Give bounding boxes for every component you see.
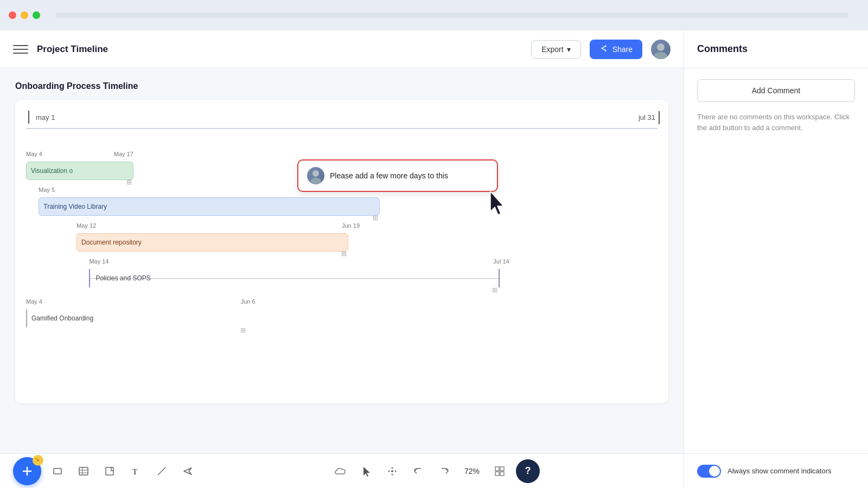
svg-rect-24	[495, 472, 499, 476]
bar-label: Policies and SOPS	[95, 274, 150, 282]
panel-body: Add Comment There are no comments on thi…	[684, 68, 868, 453]
send-tool[interactable]	[178, 461, 197, 481]
bar-label: Training Video Library	[43, 203, 107, 210]
comment-input[interactable]: Please add a few more days to this	[330, 171, 488, 180]
select-tool[interactable]	[356, 461, 376, 481]
share-icon	[599, 44, 608, 55]
drag-icon: ⊞	[492, 286, 497, 294]
date-label-end: Jun 19	[342, 222, 360, 229]
date-label-end: Jul 14	[493, 258, 509, 265]
user-avatar[interactable]	[651, 40, 671, 59]
gantt-bar-policies[interactable]: Policies and SOPS ⊞	[89, 269, 500, 287]
add-comment-button[interactable]: Add Comment	[697, 79, 855, 102]
add-comment-label: Add Comment	[752, 86, 800, 95]
svg-point-7	[312, 170, 319, 177]
diagram-title: Onboarding Process Timeline	[15, 81, 668, 91]
text-tool[interactable]: T	[126, 461, 145, 481]
panel-header: Comments	[684, 30, 868, 68]
toolbar-center: 72% ?	[200, 459, 671, 483]
svg-point-2	[604, 49, 606, 51]
fab-badge	[33, 455, 43, 466]
panel-header-container: Comments	[684, 30, 868, 68]
add-button[interactable]	[13, 457, 41, 485]
date-label-start: May 4	[26, 298, 42, 305]
gantt-bar-visualization[interactable]: Visualization o ⊞	[26, 162, 133, 180]
export-label: Export	[541, 45, 563, 54]
svg-line-3	[603, 46, 604, 47]
toggle-knob	[709, 466, 720, 477]
panel-title: Comments	[697, 43, 748, 55]
drag-icon: ⊞	[341, 250, 347, 258]
drag-icon: ⊞	[373, 214, 378, 222]
app-container: Project Timeline Export ▾ Share Onboardi…	[0, 30, 868, 488]
comments-panel: Comments Add Comment There are no commen…	[684, 30, 868, 488]
toolbar-left: T	[13, 457, 197, 485]
traffic-light-green[interactable]	[33, 11, 40, 19]
svg-rect-22	[495, 467, 499, 471]
sticky-note-tool[interactable]	[100, 461, 119, 481]
timeline-header: may 1 jul 31	[26, 111, 658, 129]
title-bar-spacer	[55, 12, 848, 18]
svg-text:T: T	[132, 468, 138, 476]
table-row: May 12 Jun 19 Document repository ⊞	[26, 222, 658, 256]
gantt-bar-gamified[interactable]: Gamified Onboarding ⊞	[26, 309, 247, 328]
traffic-light-yellow[interactable]	[21, 11, 28, 19]
cursor-indicator	[486, 189, 508, 221]
gantt-bar-training[interactable]: Training Video Library ⊞	[39, 197, 380, 216]
svg-point-8	[310, 178, 321, 184]
svg-point-12	[36, 458, 37, 459]
svg-point-1	[604, 45, 606, 47]
undo-button[interactable]	[409, 461, 428, 481]
line-tool[interactable]	[152, 461, 171, 481]
no-comments-message: There are no comments on this workspace.…	[697, 112, 855, 133]
cloud-save-button[interactable]	[330, 461, 350, 481]
timeline-start-date: may 1	[36, 113, 55, 121]
date-label-start: May 12	[76, 222, 96, 229]
comment-indicators-toggle[interactable]	[697, 465, 721, 478]
drag-icon: ⊞	[126, 178, 132, 186]
share-button[interactable]: Share	[590, 40, 642, 59]
grid-button[interactable]	[490, 461, 509, 481]
help-button[interactable]: ?	[516, 459, 540, 483]
svg-line-20	[158, 467, 165, 475]
svg-rect-25	[500, 472, 504, 476]
content-area: Onboarding Process Timeline may 1 jul 31…	[0, 68, 684, 453]
rectangle-tool[interactable]	[48, 461, 67, 481]
table-row: May 14 Jul 14 Policies and SOPS ⊞	[26, 258, 658, 296]
bottom-toolbar: T	[0, 453, 684, 488]
svg-line-4	[603, 48, 604, 49]
zoom-level: 72%	[461, 467, 483, 476]
table-tool[interactable]	[74, 461, 93, 481]
commenter-avatar	[307, 167, 324, 184]
bar-label: Document repository	[81, 239, 142, 246]
traffic-light-red[interactable]	[9, 11, 16, 19]
toggle-label: Always show comment indicators	[727, 467, 831, 475]
svg-point-5	[657, 43, 665, 51]
date-label-start: May 5	[39, 187, 55, 193]
date-label-end: May 17	[114, 151, 133, 157]
avatar-image	[651, 40, 671, 59]
svg-point-6	[654, 52, 667, 59]
move-tool[interactable]	[382, 461, 402, 481]
export-button[interactable]: Export ▾	[531, 40, 580, 59]
chevron-down-icon: ▾	[567, 45, 571, 54]
timeline-canvas[interactable]: may 1 jul 31 May 4 May 17 Visualization …	[15, 100, 668, 403]
date-label-start: May 14	[89, 258, 108, 265]
panel-footer: Always show comment indicators	[684, 453, 868, 488]
timeline-end-date: jul 31	[639, 113, 655, 121]
comment-popup[interactable]: Please add a few more days to this	[297, 159, 498, 192]
bar-label: Gamified Onboarding	[31, 314, 93, 322]
svg-point-21	[391, 470, 393, 472]
svg-rect-18	[106, 467, 113, 475]
menu-button[interactable]	[13, 42, 28, 57]
app-header: Project Timeline Export ▾ Share	[0, 30, 684, 68]
bar-label: Visualization o	[31, 167, 73, 175]
document-title: Project Timeline	[37, 44, 522, 55]
svg-rect-13	[54, 468, 61, 474]
main-area: Project Timeline Export ▾ Share Onboardi…	[0, 30, 684, 488]
redo-button[interactable]	[435, 461, 454, 481]
gantt-bar-document[interactable]: Document repository ⊞	[76, 233, 348, 252]
title-bar	[0, 0, 868, 30]
date-label-end: Jun 6	[241, 298, 256, 305]
svg-rect-23	[500, 467, 504, 471]
